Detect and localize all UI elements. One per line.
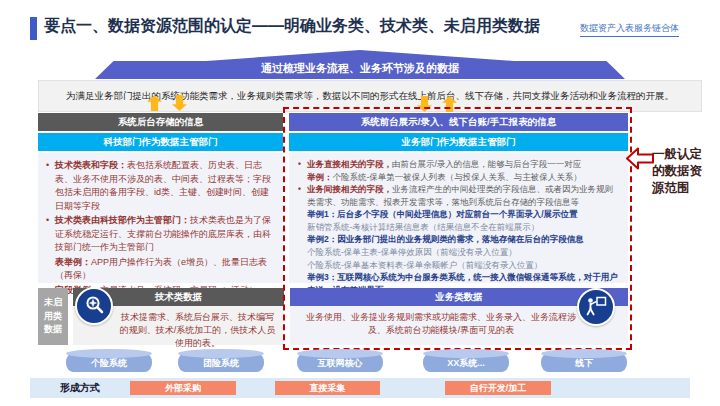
item-lead: 业务直接相关的字段， <box>307 159 392 169</box>
system-label: 互联网核心 <box>318 358 363 368</box>
list-item: 新销管系统-考核计算结果信息表（结果信息不全在前端展示） <box>298 221 619 234</box>
item-text: 后台多个字段（中间处理信息）对应前台一个界面录入/展示位置 <box>337 209 577 219</box>
intro-text: 为满足业务部门提出的系统功能类需求，业务规则类需求等，数据以不同的形式在线上前后… <box>38 80 702 112</box>
right-panel-body: 业务直接相关的字段，由前台展示/录入的信息，能够与后台字段一一对应 举例：个险系… <box>289 153 628 283</box>
item-lead: 举例： <box>307 172 333 182</box>
tech-data-badge <box>75 287 113 325</box>
method-pill: 自行开发/加工 <box>445 381 551 395</box>
system-label: 团险系统 <box>203 358 239 368</box>
left-panel-header: 系统后台存储的信息 <box>38 113 283 131</box>
item-text: 因业务部门提出的业务规则类的需求，落地存储在后台的字段信息 <box>337 234 584 244</box>
title-accent-bar <box>30 17 37 40</box>
list-item: 表举例：APP用户操作行为表（e增员）、批量日志表（再保） <box>46 256 275 283</box>
left-panel-body: 技术类表和字段：表包括系统配置表、历史表、日志表、业务不使用不涉及的表、中间表、… <box>38 153 283 283</box>
method-pill: 外部采购 <box>130 381 236 395</box>
system-cylinder: 团险系统 <box>178 353 264 372</box>
formation-bar: 形成方式 外部采购 直接采集 自行开发/加工 <box>30 378 690 398</box>
item-text: 个险系统-保单第一被保人列表（与投保人关系、与主被保人关系） <box>333 172 582 182</box>
top-banner-text: 通过梳理业务流程、业务环节涉及的数据 <box>95 61 625 76</box>
item-lead: 技术类表和字段： <box>55 160 127 170</box>
system-label: XX系统... <box>447 358 485 368</box>
system-cylinder: 互联网核心 <box>297 353 383 372</box>
item-lead: 业务间接相关的字段， <box>307 184 392 194</box>
system-cylinder: 个险系统 <box>66 353 152 372</box>
system-cylinder: XX系统... <box>423 353 509 372</box>
page-title: 要点一、数据资源范围的认定——明确业务类、技术类、未启用类数据 <box>44 16 540 37</box>
item-text: 新销管系统-考核计算结果信息表（结果信息不全在前端展示） <box>307 222 539 232</box>
item-lead: 举例1： <box>307 209 337 219</box>
item-lead: 技术类表由科技部作为主管部门： <box>55 215 190 225</box>
item-text: 个险系统-保单主表-保单停效原因（前端没有录入位置） <box>307 247 517 257</box>
item-lead: 举例2： <box>307 234 337 244</box>
brand-label: 数据资产入表服务链合体 <box>580 22 679 37</box>
left-panel-subheader: 科技部门作为数据主管部门 <box>38 133 283 151</box>
formation-label: 形成方式 <box>60 378 100 398</box>
system-label: 个险系统 <box>91 358 127 368</box>
list-item: 个险系统-保单基本资料表-保单余额帐户（前端没有录入位置） <box>298 259 619 272</box>
presenter-icon <box>585 295 607 320</box>
slide-canvas: 要点一、数据资源范围的认定——明确业务类、技术类、未启用类数据 数据资产入表服务… <box>0 0 720 406</box>
left-block-arrow-icon <box>626 147 654 174</box>
annotation-label: 一般认定的数据资源范围 <box>652 146 708 197</box>
list-item: 个险系统-保单主表-保单停效原因（前端没有录入位置） <box>298 246 619 259</box>
gear-search-icon <box>84 294 104 318</box>
list-item: 业务间接相关的字段，业务流程产生的中间处理类的字段信息、或者因为业务规则类需求、… <box>298 183 619 208</box>
system-label: 线下 <box>575 358 593 368</box>
top-banner: 通过梳理业务流程、业务环节涉及的数据 <box>95 50 625 79</box>
system-cylinder: 线下 <box>541 353 627 372</box>
list-item: 举例2：因业务部门提出的业务规则类的需求，落地存储在后台的字段信息 <box>298 233 619 246</box>
unused-data-side-label: 未启用类数据 <box>38 288 68 345</box>
list-item: 技术类表和字段：表包括系统配置表、历史表、日志表、业务不使用不涉及的表、中间表、… <box>46 159 275 213</box>
item-lead: 举例3： <box>307 272 337 282</box>
right-panel-header: 系统前台展示/录入、线下台账/手工报表的信息 <box>289 113 628 131</box>
list-item: 举例1：后台多个字段（中间处理信息）对应前台一个界面录入/展示位置 <box>298 208 619 221</box>
item-lead: 表举例： <box>55 257 91 267</box>
list-item: 举例：个险系统-保单第一被保人列表（与投保人关系、与主被保人关系） <box>298 171 619 184</box>
method-pill: 直接采集 <box>275 381 380 395</box>
list-item: 技术类表由科技部作为主管部门：技术类表也是为了保证系统稳定运行、支撑前台功能操作… <box>46 214 275 255</box>
list-item: 业务直接相关的字段，由前台展示/录入的信息，能够与后台字段一一对应 <box>298 158 619 171</box>
right-panel-subheader: 业务部门作为数据主管部门 <box>289 133 628 151</box>
item-text: 由前台展示/录入的信息，能够与后台字段一一对应 <box>392 159 581 169</box>
item-text: 个险系统-保单基本资料表-保单余额帐户（前端没有录入位置） <box>307 260 542 270</box>
biz-data-badge <box>577 288 615 326</box>
